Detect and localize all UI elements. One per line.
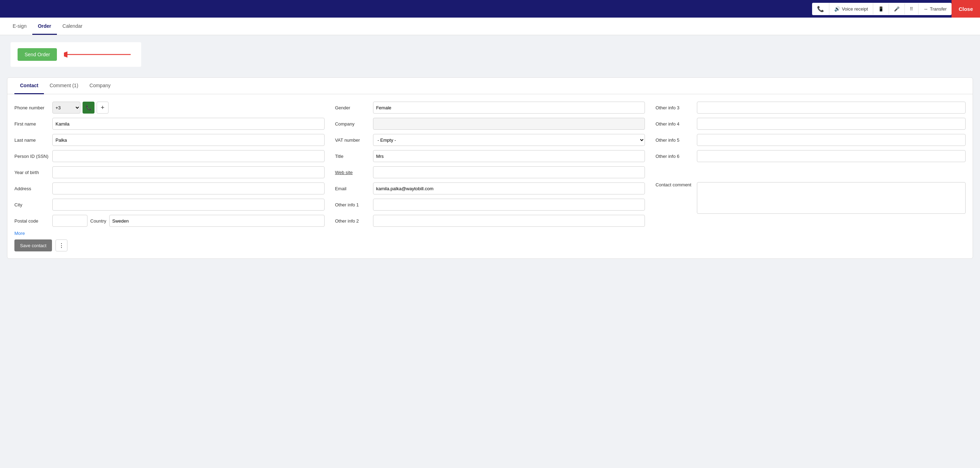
vat-number-row: VAT number - Empty -	[335, 134, 645, 146]
tab-contact[interactable]: Contact	[14, 78, 44, 94]
phone-hangup-icon: 📞	[817, 6, 824, 12]
year-of-birth-input[interactable]	[52, 166, 325, 178]
postal-country-inputs: Country	[52, 215, 325, 227]
save-contact-button[interactable]: Save contact	[14, 240, 52, 251]
gender-label: Gender	[335, 105, 370, 110]
year-of-birth-label: Year of birth	[14, 170, 49, 175]
phone-prefix-select[interactable]: +3	[52, 102, 80, 113]
email-label: Email	[335, 186, 370, 191]
phone-number-label: Phone number	[14, 105, 49, 110]
first-name-input[interactable]	[52, 118, 325, 130]
address-label: Address	[14, 186, 49, 191]
gender-input[interactable]	[373, 102, 645, 113]
other-info-3-input[interactable]	[697, 102, 966, 113]
form-body: Phone number +3 📞 +	[7, 94, 973, 227]
other-info-6-row: Other info 6	[655, 150, 966, 163]
company-row: Company	[335, 117, 645, 130]
other-info-3-label: Other info 3	[655, 105, 694, 110]
form-section-right: Other info 3 Other info 4 Other info 5 O…	[655, 101, 966, 227]
vat-number-label: VAT number	[335, 137, 370, 143]
tab-order[interactable]: Order	[32, 18, 57, 35]
web-site-label: Web site	[335, 170, 370, 175]
form-card: Contact Comment (1) Company Phone number…	[7, 77, 973, 259]
person-id-input[interactable]	[52, 150, 325, 162]
country-input[interactable]	[109, 215, 325, 227]
other-info-2-row: Other info 2	[335, 214, 645, 227]
send-order-area: Send Order	[0, 35, 980, 74]
tab-calendar[interactable]: Calendar	[57, 18, 88, 35]
other-info-4-label: Other info 4	[655, 121, 694, 126]
other-info-6-input[interactable]	[697, 150, 966, 162]
close-button[interactable]: Close	[951, 0, 980, 18]
tab-esign[interactable]: E-sign	[7, 18, 32, 35]
vat-number-select[interactable]: - Empty -	[373, 134, 645, 146]
person-id-row: Person ID (SSN)	[14, 150, 325, 163]
phone-call-icon: 📞	[86, 105, 92, 110]
form-section-middle: Gender Company VAT number - Empty -	[335, 101, 645, 227]
other-info-1-row: Other info 1	[335, 198, 645, 211]
other-info-5-row: Other info 5	[655, 134, 966, 146]
postal-code-label: Postal code	[14, 218, 49, 224]
grid-button[interactable]: ⠿	[905, 3, 918, 14]
gender-row: Gender	[335, 101, 645, 114]
person-id-label: Person ID (SSN)	[14, 154, 49, 159]
other-info-1-label: Other info 1	[335, 202, 370, 208]
transfer-button[interactable]: ↔ Transfer	[918, 3, 951, 14]
country-label: Country	[90, 218, 107, 224]
city-input[interactable]	[52, 199, 325, 211]
voice-receipt-label: Voice receipt	[842, 6, 868, 11]
first-name-label: First name	[14, 121, 49, 126]
other-info-1-input[interactable]	[373, 199, 645, 211]
more-options-button[interactable]: ⋮	[56, 240, 67, 251]
voice-receipt-icon: 🔊	[834, 6, 840, 11]
tab-company[interactable]: Company	[84, 78, 116, 94]
last-name-row: Last name	[14, 134, 325, 146]
web-site-input[interactable]	[373, 166, 645, 178]
inner-tabs: Contact Comment (1) Company	[7, 78, 973, 94]
city-label: City	[14, 202, 49, 208]
contact-comment-textarea[interactable]	[697, 182, 966, 214]
form-section-left: Phone number +3 📞 +	[14, 101, 325, 227]
year-of-birth-row: Year of birth	[14, 166, 325, 179]
title-input[interactable]	[373, 150, 645, 162]
phone-button[interactable]: 📱	[873, 3, 889, 14]
contact-comment-row: Contact comment	[655, 182, 966, 214]
last-name-label: Last name	[14, 137, 49, 143]
top-bar-controls: 📞 🔊 Voice receipt 📱 🎤 ⠿ ↔ Transfer	[812, 3, 951, 15]
send-order-button[interactable]: Send Order	[18, 48, 57, 61]
other-info-4-row: Other info 4	[655, 117, 966, 130]
first-name-row: First name	[14, 117, 325, 130]
title-row: Title	[335, 150, 645, 163]
other-info-4-input[interactable]	[697, 118, 966, 130]
mic-icon: 🎤	[894, 6, 900, 11]
other-info-3-row: Other info 3	[655, 101, 966, 114]
company-input[interactable]	[373, 118, 645, 130]
voice-receipt-button[interactable]: 🔊 Voice receipt	[829, 3, 873, 14]
email-input[interactable]	[373, 182, 645, 195]
arrow-indicator	[64, 46, 134, 63]
top-bar: 📞 🔊 Voice receipt 📱 🎤 ⠿ ↔ Transfer Close	[0, 0, 980, 18]
postal-code-input[interactable]	[52, 215, 88, 227]
title-label: Title	[335, 154, 370, 159]
phone-add-button[interactable]: +	[97, 102, 108, 113]
address-row: Address	[14, 182, 325, 195]
tab-comment[interactable]: Comment (1)	[44, 78, 84, 94]
phone-call-button[interactable]: 📞	[83, 102, 94, 113]
transfer-label: Transfer	[930, 6, 947, 11]
city-row: City	[14, 198, 325, 211]
phone-number-row: Phone number +3 📞 +	[14, 101, 325, 114]
phone-row: +3 📞 +	[52, 102, 108, 113]
company-label: Company	[335, 121, 370, 126]
other-info-5-input[interactable]	[697, 134, 966, 146]
other-info-2-label: Other info 2	[335, 218, 370, 224]
mic-button[interactable]: 🎤	[889, 3, 905, 14]
other-info-5-label: Other info 5	[655, 137, 694, 143]
last-name-input[interactable]	[52, 134, 325, 146]
address-input[interactable]	[52, 182, 325, 195]
contact-comment-label: Contact comment	[655, 182, 694, 187]
phone-hangup-button[interactable]: 📞	[812, 3, 829, 15]
grid-icon: ⠿	[910, 6, 913, 11]
email-row: Email	[335, 182, 645, 195]
more-link[interactable]: More	[7, 227, 32, 236]
other-info-2-input[interactable]	[373, 215, 645, 227]
